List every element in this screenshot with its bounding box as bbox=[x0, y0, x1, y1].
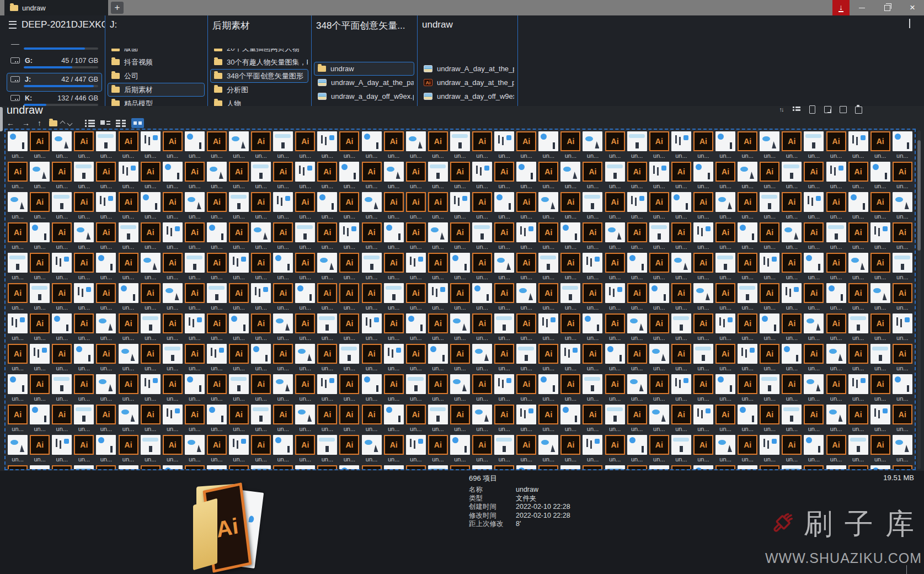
grid-item[interactable]: Aiun... bbox=[405, 403, 427, 433]
grid-item[interactable]: Aiun... bbox=[95, 403, 117, 433]
grid-item[interactable]: Aiun... bbox=[825, 190, 847, 221]
grid-item[interactable]: Aiun... bbox=[736, 312, 759, 342]
grid-item[interactable]: un... bbox=[604, 221, 626, 251]
grid-item[interactable]: un... bbox=[427, 464, 449, 470]
grid-item[interactable]: un... bbox=[140, 312, 162, 342]
folder-row[interactable]: 后期素材 bbox=[108, 83, 205, 97]
grid-item[interactable]: Aiun... bbox=[714, 464, 736, 470]
folder-row[interactable]: 精品模型 bbox=[108, 97, 205, 106]
grid-item[interactable]: un... bbox=[29, 342, 51, 373]
grid-item[interactable]: un... bbox=[891, 373, 914, 403]
grid-item[interactable]: un... bbox=[736, 403, 759, 433]
grid-item[interactable]: un... bbox=[29, 281, 51, 312]
grid-item[interactable]: Aiun... bbox=[670, 281, 692, 312]
grid-item[interactable]: un... bbox=[471, 160, 493, 190]
restore-button[interactable] bbox=[878, 0, 896, 15]
grid-item[interactable]: Aiun... bbox=[405, 342, 427, 373]
grid-item[interactable]: Aiun... bbox=[250, 373, 272, 403]
grid-item[interactable]: un... bbox=[581, 251, 603, 281]
grid-item[interactable]: Aiun... bbox=[515, 130, 537, 160]
grid-item[interactable]: Aiun... bbox=[228, 281, 250, 312]
grid-item[interactable]: Aiun... bbox=[162, 251, 184, 281]
grid-item[interactable]: Aiun... bbox=[184, 281, 206, 312]
grid-item[interactable]: Aiun... bbox=[361, 221, 383, 251]
grid-item[interactable]: Aiun... bbox=[803, 281, 825, 312]
grid-item[interactable]: un... bbox=[316, 130, 338, 160]
grid-item[interactable]: Aiun... bbox=[184, 160, 206, 190]
grid-item[interactable]: un... bbox=[537, 312, 559, 342]
grid-item[interactable]: Aiun... bbox=[117, 312, 139, 342]
grid-item[interactable]: un... bbox=[604, 281, 626, 312]
column-header[interactable]: undraw bbox=[422, 19, 453, 30]
file-row[interactable]: undraw_A_day_at_the_par... bbox=[420, 62, 515, 76]
grid-item[interactable]: un... bbox=[648, 160, 670, 190]
grid-item[interactable]: Aiun... bbox=[29, 130, 51, 160]
grid-item[interactable]: Aiun... bbox=[95, 221, 117, 251]
grid-item[interactable]: Aiun... bbox=[95, 281, 117, 312]
grid-item[interactable]: Aiun... bbox=[140, 221, 162, 251]
grid-item[interactable]: un... bbox=[537, 251, 559, 281]
grid-item[interactable]: un... bbox=[140, 373, 162, 403]
grid-item[interactable]: un... bbox=[803, 251, 825, 281]
grid-item[interactable]: un... bbox=[361, 130, 383, 160]
grid-item[interactable]: Aiun... bbox=[383, 190, 405, 221]
grid-item[interactable]: Aiun... bbox=[405, 281, 427, 312]
grid-item[interactable]: Aiun... bbox=[626, 464, 648, 470]
grid-item[interactable]: un... bbox=[51, 312, 73, 342]
grid-item[interactable]: Aiun... bbox=[7, 403, 29, 433]
grid-item[interactable]: Aiun... bbox=[825, 373, 847, 403]
grid-item[interactable]: un... bbox=[117, 403, 139, 433]
grid-item[interactable]: Aiun... bbox=[714, 221, 736, 251]
grid-item[interactable]: Aiun... bbox=[692, 433, 714, 464]
grid-item[interactable]: un... bbox=[759, 130, 781, 160]
grid-item[interactable]: un... bbox=[891, 312, 914, 342]
grid-item[interactable]: Aiun... bbox=[162, 190, 184, 221]
grid-item[interactable]: un... bbox=[117, 221, 139, 251]
grid-item[interactable]: Aiun... bbox=[383, 433, 405, 464]
grid-item[interactable]: un... bbox=[493, 433, 515, 464]
grid-item[interactable]: Aiun... bbox=[759, 281, 781, 312]
grid-item[interactable]: Aiun... bbox=[604, 251, 626, 281]
grid-item[interactable]: Aiun... bbox=[803, 160, 825, 190]
grid-item[interactable]: Aiun... bbox=[581, 221, 603, 251]
grid-item[interactable]: Aiun... bbox=[7, 160, 29, 190]
grid-item[interactable]: Aiun... bbox=[206, 130, 228, 160]
grid-item[interactable]: un... bbox=[184, 373, 206, 403]
grid-item[interactable]: un... bbox=[162, 342, 184, 373]
grid-item[interactable]: un... bbox=[869, 464, 891, 470]
grid-item[interactable]: Aiun... bbox=[117, 433, 139, 464]
grid-item[interactable]: Aiun... bbox=[471, 130, 493, 160]
grid-item[interactable]: Aiun... bbox=[316, 281, 338, 312]
grid-item[interactable]: un... bbox=[29, 160, 51, 190]
grid-item[interactable]: Aiun... bbox=[537, 281, 559, 312]
grid-item[interactable]: Aiun... bbox=[405, 221, 427, 251]
grid-item[interactable]: Aiun... bbox=[272, 281, 294, 312]
grid-item[interactable]: un... bbox=[626, 373, 648, 403]
grid-item[interactable]: Aiun... bbox=[537, 221, 559, 251]
grid-item[interactable]: Aiun... bbox=[51, 464, 73, 470]
grid-item[interactable]: un... bbox=[803, 312, 825, 342]
grid-item[interactable]: un... bbox=[626, 130, 648, 160]
grid-item[interactable]: un... bbox=[604, 403, 626, 433]
grid-item[interactable]: Aiun... bbox=[869, 433, 891, 464]
grid-item[interactable]: un... bbox=[515, 464, 537, 470]
grid-item[interactable]: un... bbox=[825, 281, 847, 312]
grid-item[interactable]: Aiun... bbox=[869, 251, 891, 281]
grid-item[interactable]: Aiun... bbox=[670, 403, 692, 433]
grid-item[interactable]: un... bbox=[825, 464, 847, 470]
grid-item[interactable]: Aiun... bbox=[803, 464, 825, 470]
grid-item[interactable]: Aiun... bbox=[803, 403, 825, 433]
grid-item[interactable]: Aiun... bbox=[383, 312, 405, 342]
grid-item[interactable]: un... bbox=[140, 130, 162, 160]
grid-item[interactable]: Aiun... bbox=[471, 190, 493, 221]
grid-item[interactable]: un... bbox=[537, 130, 559, 160]
grid-item[interactable]: Aiun... bbox=[427, 433, 449, 464]
grid-item[interactable]: un... bbox=[184, 190, 206, 221]
grid-item[interactable]: Aiun... bbox=[272, 160, 294, 190]
grid-item[interactable]: Aiun... bbox=[294, 130, 316, 160]
grid-item[interactable]: Aiun... bbox=[581, 281, 603, 312]
grid-view-button-active[interactable] bbox=[131, 118, 144, 128]
grid-item[interactable]: un... bbox=[692, 464, 714, 470]
grid-item[interactable]: Aiun... bbox=[29, 312, 51, 342]
grid-item[interactable]: Aiun... bbox=[825, 312, 847, 342]
